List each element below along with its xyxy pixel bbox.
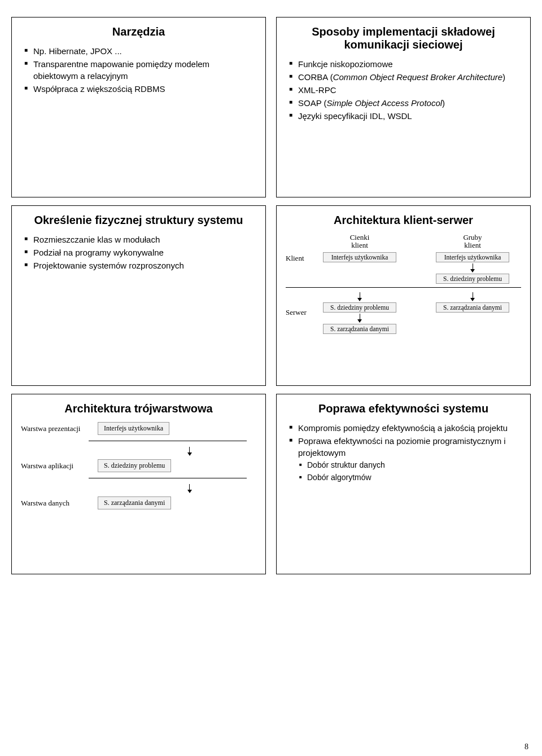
box-interfejs: Interfejs użytkownika bbox=[98, 422, 169, 435]
col-head-fat: Gruby klient bbox=[463, 234, 482, 250]
list-item: XML-RPC bbox=[289, 84, 521, 96]
slide-narzedzia: Narzędzia Np. Hibernate, JPOX ... Transp… bbox=[11, 17, 266, 197]
divider bbox=[89, 441, 247, 441]
slide-sposoby-implementacji: Sposoby implementacji składowej komunika… bbox=[276, 17, 531, 197]
box-zarzadzania: S. zarządzania danymi bbox=[323, 324, 396, 334]
bullet-sublist: Dobór struktur danych Dobór algorytmów bbox=[286, 460, 521, 483]
arrow-down-icon bbox=[357, 292, 362, 301]
list-item: Np. Hibernate, JPOX ... bbox=[24, 45, 256, 57]
box-interfejs: Interfejs użytkownika bbox=[323, 252, 396, 262]
slide-title: Architektura klient-serwer bbox=[286, 214, 521, 227]
slide-architektura-klient-serwer: Architektura klient-serwer Klient Cienki… bbox=[276, 205, 531, 386]
list-item: Rozmieszczanie klas w modułach bbox=[24, 234, 256, 245]
list-item: Funkcje niskopoziomowe bbox=[289, 58, 521, 70]
arrow-down-icon bbox=[470, 263, 475, 272]
row-label-serwer: Serwer bbox=[286, 308, 311, 317]
box-dziedziny: S. dziedziny problemu bbox=[98, 459, 171, 472]
box-zarzadzania: S. zarządzania danymi bbox=[436, 302, 509, 313]
list-item: Języki specyfikacji IDL, WSDL bbox=[289, 110, 521, 122]
layer-label-aplikacji: Warstwa aplikacji bbox=[21, 461, 89, 471]
box-dziedziny: S. dziedziny problemu bbox=[436, 274, 509, 284]
arrow-down-icon bbox=[123, 446, 256, 457]
list-item: Dobór struktur danych bbox=[299, 460, 521, 471]
divider bbox=[286, 287, 521, 288]
slide-title: Sposoby implementacji składowej komunika… bbox=[286, 25, 521, 51]
box-interfejs: Interfejs użytkownika bbox=[436, 252, 509, 262]
layer-label-danych: Warstwa danych bbox=[21, 499, 89, 508]
slide-title: Narzędzia bbox=[21, 25, 256, 38]
slide-okreslenie-struktury: Określenie fizycznej struktury systemu R… bbox=[11, 205, 266, 386]
list-item: SOAP (Simple Object Access Protocol) bbox=[289, 97, 521, 109]
bullet-list: Kompromis pomiędzy efektywnością a jakoś… bbox=[286, 422, 521, 459]
list-item: CORBA (Common Object Request Broker Arch… bbox=[289, 71, 521, 83]
arrow-down-icon bbox=[357, 314, 362, 323]
box-zarzadzania: S. zarządzania danymi bbox=[98, 496, 171, 509]
list-item: Poprawa efektywności na poziomie program… bbox=[289, 435, 521, 459]
layer-label-prezentacji: Warstwa prezentacji bbox=[21, 424, 89, 433]
slide-title: Poprawa efektywności systemu bbox=[286, 402, 521, 415]
bullet-list: Funkcje niskopoziomowe CORBA (Common Obj… bbox=[286, 58, 521, 122]
slide-title: Określenie fizycznej struktury systemu bbox=[21, 214, 256, 227]
list-item: Podział na programy wykonywalne bbox=[24, 247, 256, 258]
list-item: Projektowanie systemów rozproszonych bbox=[24, 260, 256, 271]
slide-title: Architektura trójwarstwowa bbox=[21, 402, 256, 415]
box-dziedziny: S. dziedziny problemu bbox=[323, 302, 396, 313]
list-item: Współpraca z większością RDBMS bbox=[24, 83, 256, 95]
arrow-down-icon bbox=[123, 483, 256, 494]
arrow-down-icon bbox=[470, 292, 475, 301]
bullet-list: Np. Hibernate, JPOX ... Transparentne ma… bbox=[21, 45, 256, 95]
list-item: Kompromis pomiędzy efektywnością a jakoś… bbox=[289, 422, 521, 434]
col-head-thin: Cienki klient bbox=[350, 234, 370, 250]
list-item: Dobór algorytmów bbox=[299, 472, 521, 484]
slide-poprawa-efektywnosci: Poprawa efektywności systemu Kompromis p… bbox=[276, 394, 531, 574]
bullet-list: Rozmieszczanie klas w modułach Podział n… bbox=[21, 234, 256, 271]
list-item: Transparentne mapowanie pomiędzy modelem… bbox=[24, 58, 256, 82]
row-label-klient: Klient bbox=[286, 254, 311, 263]
slide-architektura-trojwarstwowa: Architektura trójwarstwowa Warstwa preze… bbox=[11, 394, 266, 574]
divider bbox=[89, 478, 247, 478]
